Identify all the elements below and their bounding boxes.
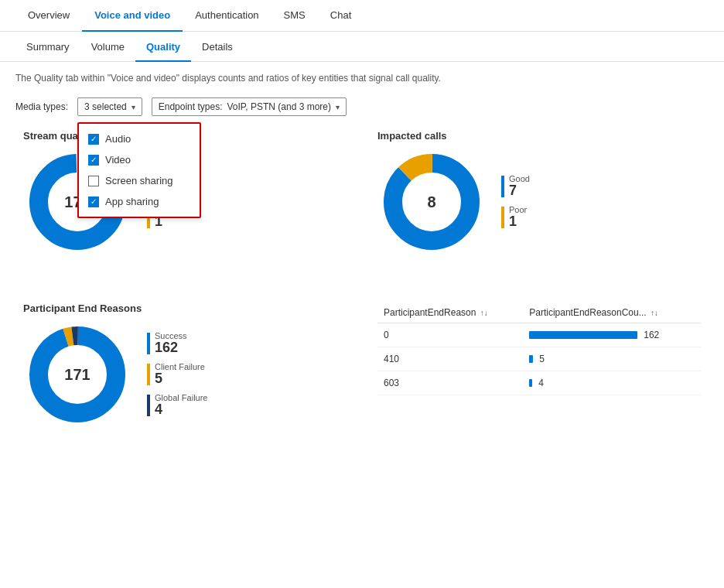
- nav-item-voice-video[interactable]: Voice and video: [82, 0, 183, 32]
- subnav-quality[interactable]: Quality: [135, 33, 191, 62]
- per-global-failure-label: Global Failure: [155, 393, 207, 402]
- impacted-calls-title: Impacted calls: [377, 130, 701, 142]
- video-checkbox[interactable]: [88, 155, 99, 166]
- dropdown-item-video[interactable]: Video: [79, 149, 200, 170]
- spacer: [0, 264, 724, 295]
- bar-value: 4: [538, 378, 544, 388]
- per-global-failure: Global Failure 4: [147, 393, 207, 418]
- per-client-failure-value: 5: [155, 371, 205, 387]
- per-success: Success 162: [147, 331, 207, 356]
- page-description: The Quality tab within "Voice and video"…: [0, 62, 724, 91]
- filter-row: Media types: 3 selected ▾ Audio Video Sc…: [0, 91, 724, 122]
- nav-item-authentication[interactable]: Authentication: [183, 0, 271, 32]
- chevron-down-icon: ▾: [131, 103, 135, 111]
- col-reason-header[interactable]: ParticipantEndReason ↑↓: [377, 303, 523, 323]
- video-label: Video: [105, 154, 131, 166]
- screen-sharing-checkbox[interactable]: [88, 176, 99, 186]
- dropdown-item-audio[interactable]: Audio: [79, 128, 200, 149]
- impacted-good-value: 7: [509, 183, 530, 199]
- endpoint-types-dropdown-button[interactable]: Endpoint types: VoIP, PSTN (and 3 more) …: [152, 97, 347, 116]
- subnav-details[interactable]: Details: [191, 33, 244, 62]
- participant-end-section: Participant End Reasons 171 Success: [8, 295, 362, 436]
- impacted-calls-section: Impacted calls 8 Good 7: [362, 122, 716, 264]
- participant-end-legend: Success 162 Client Failure 5 Global Fail…: [147, 331, 207, 417]
- top-navigation: Overview Voice and video Authentication …: [0, 0, 724, 32]
- participant-end-donut: 171: [23, 320, 131, 429]
- cell-reason: 410: [377, 347, 523, 371]
- cell-reason: 0: [377, 323, 523, 347]
- impacted-good: Good 7: [501, 174, 530, 199]
- app-sharing-label: App sharing: [105, 196, 159, 207]
- impacted-calls-chart-container: 8 Good 7 Poor 1: [377, 148, 701, 256]
- endpoint-value: VoIP, PSTN (and 3 more): [227, 101, 331, 112]
- per-client-failure-bar: [147, 364, 150, 385]
- media-types-dropdown-menu: Audio Video Screen sharing App sharing: [77, 122, 201, 218]
- app-sharing-checkbox[interactable]: [88, 197, 99, 207]
- per-success-value: 162: [155, 340, 187, 356]
- endpoint-label: Endpoint types:: [159, 101, 223, 112]
- per-global-failure-bar: [147, 395, 150, 416]
- bottom-row: Participant End Reasons 171 Success: [0, 295, 724, 436]
- table-body: 0 162 410 5 603 4: [377, 323, 701, 395]
- media-types-label: Media types:: [15, 101, 68, 112]
- media-types-value: 3 selected: [84, 101, 127, 112]
- participant-end-title: Participant End Reasons: [23, 303, 347, 314]
- impacted-good-bar: [501, 176, 504, 197]
- bar-visual: [529, 331, 637, 339]
- nav-item-overview[interactable]: Overview: [15, 0, 82, 32]
- table-row: 603 4: [377, 371, 701, 395]
- nav-item-chat[interactable]: Chat: [318, 0, 364, 32]
- table-header-row: ParticipantEndReason ↑↓ ParticipantEndRe…: [377, 303, 701, 323]
- impacted-calls-legend: Good 7 Poor 1: [501, 174, 530, 230]
- cell-count: 5: [523, 347, 701, 371]
- bar-visual: [529, 355, 533, 363]
- audio-checkbox[interactable]: [88, 134, 99, 145]
- participant-end-total: 171: [64, 366, 90, 384]
- audio-label: Audio: [105, 133, 131, 145]
- impacted-calls-total: 8: [427, 193, 435, 211]
- cell-count: 162: [523, 323, 701, 347]
- bar-value: 162: [644, 330, 659, 340]
- table-row: 0 162: [377, 323, 701, 347]
- endpoint-chevron-icon: ▾: [336, 103, 340, 111]
- cell-count: 4: [523, 371, 701, 395]
- per-client-failure: Client Failure 5: [147, 362, 207, 387]
- participant-end-chart-container: 171 Success 162 Client Failure 5: [23, 320, 347, 429]
- per-success-bar: [147, 333, 150, 354]
- bar-cell: 162: [529, 330, 695, 340]
- cell-reason: 603: [377, 371, 523, 395]
- subnav-summary[interactable]: Summary: [15, 33, 80, 62]
- dropdown-item-screen-sharing[interactable]: Screen sharing: [79, 170, 200, 191]
- table-row: 410 5: [377, 347, 701, 371]
- nav-item-sms[interactable]: SMS: [272, 0, 318, 32]
- dropdown-item-app-sharing[interactable]: App sharing: [79, 191, 200, 212]
- bar-cell: 4: [529, 378, 695, 388]
- subnav-volume[interactable]: Volume: [80, 33, 135, 62]
- bar-cell: 5: [529, 354, 695, 364]
- impacted-poor-bar: [501, 207, 504, 228]
- bar-visual: [529, 379, 532, 387]
- media-types-dropdown-button[interactable]: 3 selected ▾: [77, 97, 142, 116]
- sort-icon-reason: ↑↓: [480, 309, 488, 317]
- sub-navigation: Summary Volume Quality Details: [0, 33, 724, 62]
- sort-icon-count: ↑↓: [651, 309, 658, 317]
- per-global-failure-value: 4: [155, 402, 207, 418]
- col-count-header[interactable]: ParticipantEndReasonCou... ↑↓: [523, 303, 701, 323]
- media-types-dropdown-wrapper: 3 selected ▾ Audio Video Screen sharing …: [77, 97, 142, 116]
- bar-value: 5: [539, 354, 545, 364]
- participant-end-table: ParticipantEndReason ↑↓ ParticipantEndRe…: [377, 303, 701, 395]
- impacted-calls-donut: 8: [377, 148, 486, 256]
- screen-sharing-label: Screen sharing: [105, 175, 172, 186]
- participant-end-table-section: ParticipantEndReason ↑↓ ParticipantEndRe…: [362, 295, 716, 436]
- impacted-poor-value: 1: [509, 214, 527, 230]
- impacted-poor: Poor 1: [501, 205, 530, 230]
